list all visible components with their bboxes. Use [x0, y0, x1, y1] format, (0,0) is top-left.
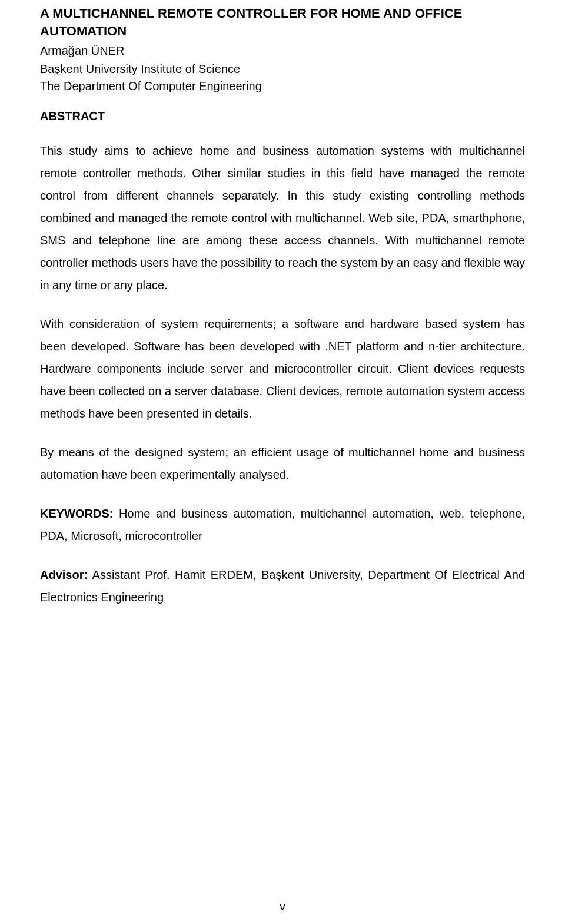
advisor-label: Advisor: [40, 568, 88, 581]
affiliation: Başkent University Institute of Science [40, 62, 525, 76]
abstract-paragraph-1: This study aims to achieve home and busi… [40, 140, 525, 296]
page-number: v [0, 900, 565, 913]
abstract-paragraph-3: By means of the designed system; an effi… [40, 441, 525, 486]
department: The Department Of Computer Engineering [40, 80, 525, 93]
advisor-block: Advisor: Assistant Prof. Hamit ERDEM, Ba… [40, 564, 525, 608]
document-title: A MULTICHANNEL REMOTE CONTROLLER FOR HOM… [40, 5, 525, 39]
keywords-text: Home and business automation, multichann… [40, 507, 525, 542]
abstract-paragraph-2: With consideration of system requirement… [40, 313, 525, 425]
abstract-heading: ABSTRACT [40, 110, 525, 123]
advisor-text: Assistant Prof. Hamit ERDEM, Başkent Uni… [40, 568, 525, 604]
author-name: Armağan ÜNER [40, 44, 525, 58]
document-page: A MULTICHANNEL REMOTE CONTROLLER FOR HOM… [0, 0, 565, 924]
keywords-label: KEYWORDS: [40, 507, 113, 520]
keywords-block: KEYWORDS: Home and business automation, … [40, 502, 525, 547]
